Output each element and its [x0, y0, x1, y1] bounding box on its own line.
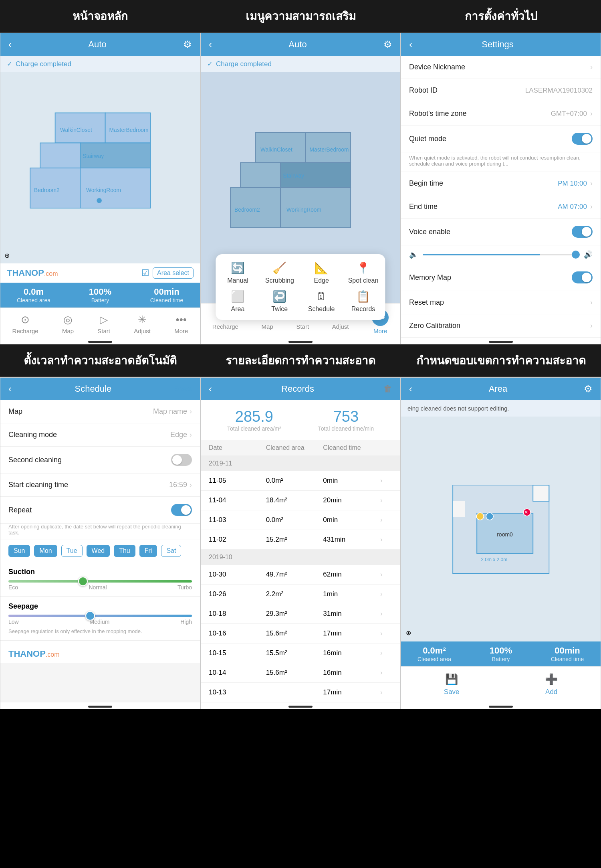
nav-start[interactable]: ▷ Start: [97, 314, 110, 334]
settings-begin-time[interactable]: Begin time PM 10:00 ›: [401, 172, 601, 195]
voice-enable-label: Voice enable: [409, 228, 450, 236]
settings-reset-map[interactable]: Reset map ›: [401, 291, 601, 314]
more-more-label: More: [373, 328, 387, 334]
twice-icon: ↩️: [272, 290, 286, 303]
record-11-03[interactable]: 11-03 0.0m² 0min ›: [201, 510, 400, 530]
settings-icon[interactable]: ⚙: [183, 39, 192, 50]
settings-voice-enable[interactable]: Voice enable: [401, 219, 601, 245]
record-10-14[interactable]: 10-14 15.6m² 16min ›: [201, 663, 400, 683]
area-screen: ‹ Area ⚙ eing cleaned does not support e…: [401, 377, 601, 709]
record-11-02[interactable]: 11-02 15.2m² 431min ›: [201, 530, 400, 550]
area-back-icon[interactable]: ‹: [409, 383, 412, 395]
back-icon[interactable]: ‹: [8, 39, 12, 50]
record-chevron-11: ›: [380, 688, 392, 696]
start-icon: ▷: [100, 314, 108, 326]
svg-text:MasterBedroom: MasterBedroom: [109, 127, 149, 133]
record-10-16[interactable]: 10-16 15.6m² 17min ›: [201, 624, 400, 643]
record-10-18[interactable]: 10-18 29.3m² 31min ›: [201, 604, 400, 624]
nav-map[interactable]: ◎ Map: [62, 314, 74, 334]
more-back-icon[interactable]: ‹: [209, 39, 212, 50]
day-sun[interactable]: Sun: [8, 545, 30, 557]
popup-spot-clean[interactable]: 📍 Spot clean: [345, 261, 381, 284]
nav-recharge-label: Recharge: [12, 328, 38, 334]
popup-schedule[interactable]: 🗓 Schedule: [303, 290, 339, 313]
end-time-value: AM 07:00: [558, 203, 587, 211]
records-back-icon[interactable]: ‹: [209, 383, 212, 395]
area-select-btn[interactable]: Area select: [153, 267, 194, 279]
time-11-03: 0min: [323, 516, 380, 524]
day-sat[interactable]: Sat: [161, 545, 181, 557]
popup-manual[interactable]: 🔄 Manual: [220, 261, 256, 284]
total-area-label: Total cleaned area/m²: [227, 425, 281, 432]
nav-adjust[interactable]: ✳ Adjust: [134, 314, 151, 334]
record-chevron-3: ›: [380, 516, 392, 524]
popup-records[interactable]: 📋 Records: [345, 290, 381, 313]
day-tue[interactable]: Tue: [61, 545, 83, 557]
col-date: Date: [209, 444, 266, 451]
schedule-cleaning-mode-row[interactable]: Cleaning mode Edge ›: [0, 423, 200, 447]
crosshair-icon[interactable]: ⊕: [4, 252, 10, 259]
record-chevron: ›: [380, 477, 392, 485]
area-map[interactable]: room0 2.0m x 2.0m ✕ ⊕: [401, 417, 601, 641]
popup-area[interactable]: ⬜ Area: [220, 290, 256, 313]
settings-end-time[interactable]: End time AM 07:00 ›: [401, 195, 601, 219]
reset-map-chevron: ›: [590, 298, 593, 307]
day-thu[interactable]: Thu: [114, 545, 135, 557]
settings-zero-calibration[interactable]: Zero Calibration ›: [401, 314, 601, 338]
section-header-main: หน้าจอหลัก: [0, 0, 200, 33]
day-wed[interactable]: Wed: [87, 545, 110, 557]
svg-point-33: [486, 513, 493, 520]
area-settings-icon[interactable]: ⚙: [584, 383, 593, 395]
edge-icon: 📐: [315, 261, 329, 275]
volume-slider-track[interactable]: [423, 254, 579, 255]
settings-quiet-mode[interactable]: Quiet mode: [401, 125, 601, 152]
area-save-btn[interactable]: 💾 Save: [444, 673, 460, 696]
day-mon[interactable]: Mon: [34, 545, 57, 557]
settings-timezone[interactable]: Robot's time zone GMT+07:00 ›: [401, 102, 601, 125]
settings-memory-map[interactable]: Memory Map: [401, 264, 601, 291]
schedule-logo-text: THANOP: [8, 649, 46, 659]
memory-map-toggle[interactable]: [572, 271, 593, 283]
area-add-btn[interactable]: ➕ Add: [545, 673, 558, 696]
schedule-save-btn[interactable]: Save: [175, 384, 192, 393]
area-stats: 0.0m² Cleaned area 100% Battery 00min Cl…: [401, 641, 601, 666]
schedule-repeat-row[interactable]: Repeat: [0, 497, 200, 524]
more-settings-icon[interactable]: ⚙: [383, 39, 392, 50]
nav-more[interactable]: ••• More: [174, 314, 188, 334]
area-crosshair-icon[interactable]: ⊕: [406, 629, 411, 637]
record-11-04[interactable]: 11-04 18.4m² 20min ›: [201, 491, 400, 510]
schedule-back-icon[interactable]: ‹: [8, 383, 12, 395]
schedule-start-time-row[interactable]: Start cleaning time 16:59 ›: [0, 473, 200, 497]
schedule-map-row[interactable]: Map Map name ›: [0, 400, 200, 423]
settings-device-nickname[interactable]: Device Nickname ›: [401, 56, 601, 79]
schedule-second-cleaning-row[interactable]: Second cleaning: [0, 447, 200, 473]
more-start-label: Start: [296, 323, 309, 330]
schedule-cleaning-mode-label: Cleaning mode: [8, 431, 57, 439]
record-10-15[interactable]: 10-15 15.5m² 16min ›: [201, 643, 400, 663]
record-10-26[interactable]: 10-26 2.2m² 1min ›: [201, 585, 400, 604]
second-cleaning-toggle[interactable]: [171, 454, 192, 466]
quiet-mode-toggle[interactable]: [572, 133, 593, 145]
memory-map-label: Memory Map: [409, 273, 451, 282]
volume-row: 🔈 🔊: [401, 245, 601, 264]
seepage-slider-track[interactable]: [8, 615, 192, 617]
record-10-13[interactable]: 10-13 17min ›: [201, 683, 400, 702]
repeat-toggle[interactable]: [171, 504, 192, 516]
popup-twice[interactable]: ↩️ Twice: [262, 290, 298, 313]
logo-area: THANOP.com ☑ Area select: [0, 263, 200, 283]
popup-edge[interactable]: 📐 Edge: [303, 261, 339, 284]
suction-slider-track[interactable]: [8, 580, 192, 583]
main-screen: ‹ Auto ⚙ ✓ Charge completed WalkinCloset…: [0, 33, 200, 344]
popup-scrubbing[interactable]: 🧹 Scrubbing: [262, 261, 298, 284]
nav-map-label: Map: [62, 328, 74, 334]
record-10-30[interactable]: 10-30 49.7m² 62min ›: [201, 565, 400, 585]
main-map-area[interactable]: WalkinCloset MasterBedroom Stairway Bedr…: [0, 72, 200, 263]
main-stats-bar: 0.0m Cleaned area 100% Battery 00min Cle…: [0, 283, 200, 308]
settings-back-icon[interactable]: ‹: [409, 39, 412, 50]
day-fri[interactable]: Fri: [139, 545, 157, 557]
record-11-05[interactable]: 11-05 0.0m² 0min ›: [201, 471, 400, 491]
nav-recharge[interactable]: ⊙ Recharge: [12, 314, 38, 334]
record-chevron-2: ›: [380, 496, 392, 504]
voice-enable-toggle[interactable]: [572, 226, 593, 238]
trash-icon[interactable]: 🗑: [383, 384, 392, 394]
